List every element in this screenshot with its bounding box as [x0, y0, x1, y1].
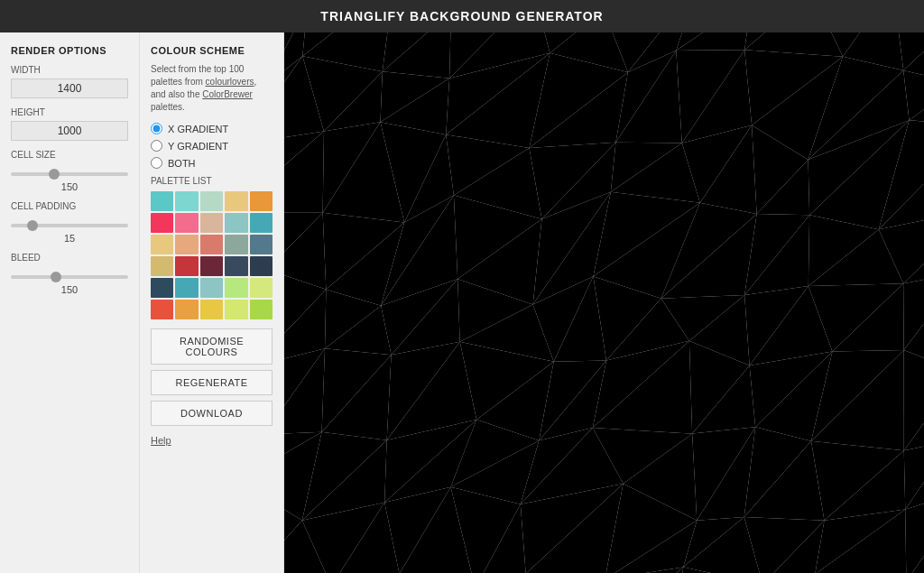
palette-swatch[interactable]: [225, 235, 247, 254]
palette-swatch[interactable]: [151, 278, 173, 298]
width-label: WIDTH: [11, 65, 128, 75]
download-button[interactable]: DOWNLOAD: [151, 401, 273, 426]
x-gradient-radio[interactable]: [151, 123, 162, 134]
palette-swatch[interactable]: [200, 300, 223, 319]
palette-grid: [151, 191, 273, 319]
cell-padding-slider[interactable]: [11, 224, 128, 227]
both-radio[interactable]: [151, 157, 162, 169]
palette-swatch[interactable]: [175, 278, 198, 298]
randomise-colours-button[interactable]: RANDOMISE COLOURS: [151, 328, 273, 365]
width-input[interactable]: [11, 79, 128, 98]
palette-swatch[interactable]: [200, 278, 223, 298]
palette-swatch[interactable]: [175, 256, 198, 276]
x-gradient-label: X GRADIENT: [168, 124, 228, 134]
height-label: HEIGHT: [11, 107, 128, 117]
cell-size-label: CELL SIZE: [11, 150, 128, 160]
palette-swatch[interactable]: [225, 256, 247, 276]
palette-swatch[interactable]: [175, 300, 198, 319]
cell-padding-label: CELL PADDING: [11, 201, 128, 211]
both-row: BOTH: [151, 157, 273, 169]
colorbrewer-link[interactable]: ColorBrewer: [202, 89, 253, 99]
palette-swatch[interactable]: [200, 256, 223, 276]
cell-size-value: 150: [11, 181, 128, 192]
cell-padding-value: 15: [11, 233, 128, 244]
palette-swatch[interactable]: [250, 191, 273, 211]
palette-swatch[interactable]: [225, 191, 247, 211]
colour-scheme-desc: Select from the top 100 palettes from co…: [151, 63, 273, 114]
bleed-slider-container: 150: [11, 266, 128, 295]
desc-text3: palettes.: [151, 102, 185, 112]
palette-swatch[interactable]: [175, 213, 198, 233]
palette-swatch[interactable]: [250, 300, 273, 319]
colour-scheme-title: COLOUR SCHEME: [151, 45, 273, 56]
x-gradient-row: X GRADIENT: [151, 123, 273, 134]
palette-swatch[interactable]: [151, 213, 173, 233]
palette-swatch[interactable]: [225, 300, 247, 319]
middle-panel: COLOUR SCHEME Select from the top 100 pa…: [140, 32, 284, 573]
app-header: TRIANGLIFY BACKGROUND GENERATOR: [0, 0, 924, 32]
bleed-value: 150: [11, 284, 128, 295]
cell-padding-slider-container: 15: [11, 215, 128, 244]
y-gradient-radio[interactable]: [151, 140, 162, 152]
palette-swatch[interactable]: [151, 300, 173, 319]
palette-swatch[interactable]: [200, 235, 223, 254]
palette-swatch[interactable]: [151, 191, 173, 211]
y-gradient-row: Y GRADIENT: [151, 140, 273, 152]
main-layout: RENDER OPTIONS WIDTH HEIGHT CELL SIZE 15…: [0, 32, 924, 573]
render-options-title: RENDER OPTIONS: [11, 45, 128, 56]
bleed-label: BLEED: [11, 253, 128, 263]
canvas-panel: [284, 32, 924, 573]
palette-swatch[interactable]: [250, 278, 273, 298]
palette-swatch[interactable]: [200, 213, 223, 233]
palette-swatch[interactable]: [200, 191, 223, 211]
bleed-slider[interactable]: [11, 275, 128, 279]
trianglify-canvas: [284, 32, 924, 573]
palette-swatch[interactable]: [250, 235, 273, 254]
palette-swatch[interactable]: [151, 256, 173, 276]
palette-swatch[interactable]: [250, 256, 273, 276]
help-link[interactable]: Help: [151, 435, 171, 446]
palette-swatch[interactable]: [250, 213, 273, 233]
palette-list-label: PALETTE LIST: [151, 176, 273, 186]
colourlovers-link[interactable]: colourlovers: [206, 77, 254, 87]
palette-swatch[interactable]: [151, 235, 173, 254]
y-gradient-label: Y GRADIENT: [168, 141, 228, 152]
cell-size-slider[interactable]: [11, 172, 128, 176]
left-panel: RENDER OPTIONS WIDTH HEIGHT CELL SIZE 15…: [0, 32, 140, 573]
both-label: BOTH: [168, 158, 196, 169]
palette-swatch[interactable]: [225, 278, 247, 298]
regenerate-button[interactable]: REGENERATE: [151, 370, 273, 395]
palette-swatch[interactable]: [175, 191, 198, 211]
height-input[interactable]: [11, 121, 128, 141]
palette-swatch[interactable]: [225, 213, 247, 233]
cell-size-slider-container: 150: [11, 163, 128, 192]
app-title: TRIANGLIFY BACKGROUND GENERATOR: [320, 9, 603, 23]
palette-swatch[interactable]: [175, 235, 198, 254]
